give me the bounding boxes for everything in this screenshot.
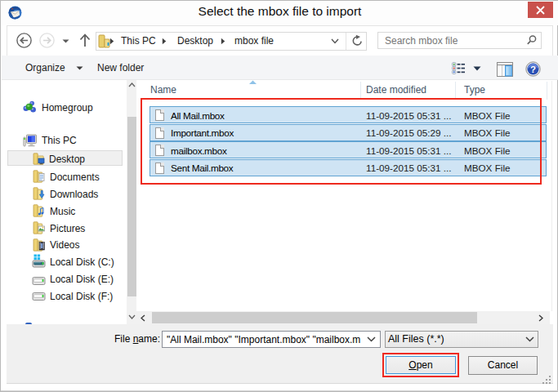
svg-text:?: ? [530,65,536,74]
